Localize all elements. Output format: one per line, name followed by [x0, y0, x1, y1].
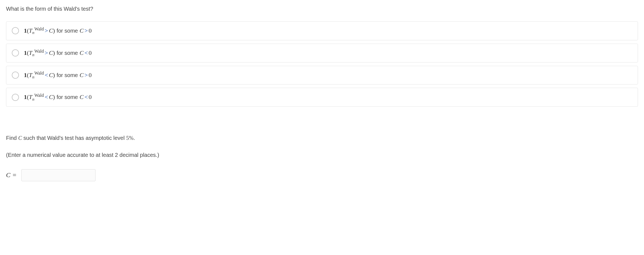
- answer-input[interactable]: [21, 169, 95, 181]
- input-hint: (Enter a numerical value accurate to at …: [6, 151, 638, 159]
- option-2[interactable]: 1 ( T n Wald > C ) for some C < 0: [6, 44, 638, 63]
- option-3[interactable]: 1 ( T n Wald < C ) for some C > 0: [6, 66, 638, 85]
- option-1-label: 1 ( T n Wald > C ) for some C > 0: [24, 27, 92, 35]
- option-1[interactable]: 1 ( T n Wald > C ) for some C > 0: [6, 21, 638, 40]
- option-4[interactable]: 1 ( T n Wald < C ) for some C < 0: [6, 88, 638, 107]
- question-text: What is the form of this Wald's test?: [6, 5, 638, 13]
- radio-icon: [12, 94, 19, 101]
- option-2-label: 1 ( T n Wald > C ) for some C < 0: [24, 49, 92, 57]
- radio-icon: [12, 72, 19, 79]
- option-4-label: 1 ( T n Wald < C ) for some C < 0: [24, 93, 92, 101]
- radio-icon: [12, 49, 19, 56]
- answer-row: C =: [6, 169, 638, 181]
- answer-label: C =: [6, 171, 16, 180]
- followup-question: Find C such that Wald's test has asympto…: [6, 134, 638, 142]
- options-group: 1 ( T n Wald > C ) for some C > 0 1 ( T …: [6, 21, 638, 107]
- radio-icon: [12, 27, 19, 34]
- option-3-label: 1 ( T n Wald < C ) for some C > 0: [24, 71, 92, 80]
